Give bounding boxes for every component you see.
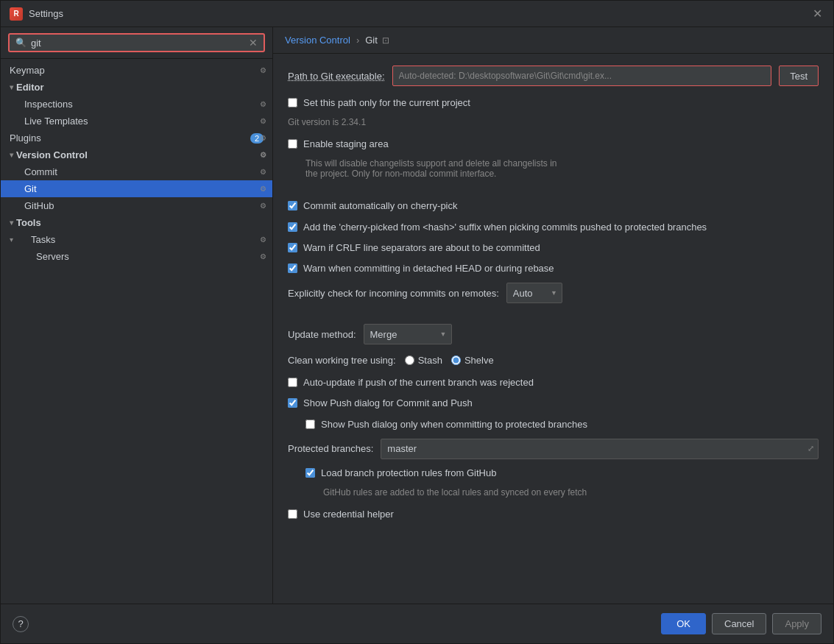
settings-icon-vc: ⚙ — [260, 151, 266, 159]
apply-button[interactable]: Apply — [772, 613, 821, 634]
sidebar-item-version-control[interactable]: ▾ Version Control ⚙ — [1, 146, 272, 163]
load-branch-protection-checkbox[interactable] — [305, 468, 315, 478]
settings-icon-live-templates: ⚙ — [260, 117, 266, 125]
incoming-commits-select-wrap: Auto Always Never — [506, 283, 562, 303]
set-path-only-row: Set this path only for the current proje… — [288, 96, 819, 110]
sidebar-item-git[interactable]: Git ⚙ — [1, 180, 272, 197]
search-clear-button[interactable]: ✕ — [249, 37, 258, 49]
sidebar-item-tasks[interactable]: ▾ Tasks ⚙ — [1, 231, 272, 248]
sidebar-item-inspections[interactable]: Inspections ⚙ — [1, 96, 272, 113]
enable-staging-label: Enable staging area — [303, 138, 389, 151]
update-method-row: Update method: Merge Rebase Branch Defau… — [288, 324, 819, 344]
use-credential-label: Use credential helper — [303, 508, 394, 521]
search-input[interactable] — [31, 38, 244, 49]
sidebar-item-live-templates[interactable]: Live Templates ⚙ — [1, 113, 272, 130]
protected-branches-label: Protected branches: — [288, 443, 373, 454]
settings-icon-plugins: ⚙ — [260, 134, 266, 142]
add-suffix-checkbox[interactable] — [288, 222, 297, 232]
clean-tree-row: Clean working tree using: Stash Shelve — [288, 355, 819, 366]
sidebar-item-commit[interactable]: Commit ⚙ — [1, 163, 272, 180]
protected-branches-input-wrap: ⤢ — [381, 439, 819, 459]
set-path-only-label: Set this path only for the current proje… — [303, 96, 470, 110]
github-rules-note: GitHub rules are added to the local rule… — [323, 487, 819, 498]
close-button[interactable]: ✕ — [810, 7, 824, 21]
use-credential-row: Use credential helper — [288, 508, 819, 521]
breadcrumb-icon: ⊡ — [382, 35, 389, 46]
commit-cherry-pick-label: Commit automatically on cherry-pick — [303, 199, 458, 213]
help-button[interactable]: ? — [13, 616, 29, 632]
show-push-protected-row: Show Push dialog only when committing to… — [305, 418, 819, 431]
settings-icon-tasks: ⚙ — [260, 236, 266, 244]
warn-crlf-row: Warn if CRLF line separators are about t… — [288, 241, 819, 255]
clean-shelve-option[interactable]: Shelve — [451, 355, 494, 366]
clean-stash-option[interactable]: Stash — [405, 355, 442, 366]
protected-branches-input[interactable] — [381, 439, 819, 459]
ok-button[interactable]: OK — [661, 613, 706, 634]
clean-stash-radio[interactable] — [405, 355, 414, 365]
expand-icon[interactable]: ⤢ — [808, 444, 814, 453]
incoming-commits-row: Explicitly check for incoming commits on… — [288, 283, 819, 303]
commit-cherry-pick-checkbox[interactable] — [288, 201, 297, 210]
title-bar: R Settings ✕ — [1, 1, 833, 27]
panel-body: Path to Git executable: Test Set this pa… — [273, 54, 833, 604]
chevron-down-icon-tasks: ▾ — [10, 236, 13, 244]
app-icon: R — [10, 7, 23, 21]
update-method-select-wrap: Merge Rebase Branch Default — [364, 324, 452, 344]
settings-dialog: R Settings ✕ 🔍 ✕ Keymap ⚙ — [0, 0, 834, 644]
test-button[interactable]: Test — [779, 66, 819, 86]
sidebar: 🔍 ✕ Keymap ⚙ ▾ Editor Inspections — [1, 27, 273, 604]
show-push-protected-label: Show Push dialog only when committing to… — [321, 418, 587, 431]
cancel-button[interactable]: Cancel — [712, 613, 766, 634]
dialog-title: Settings — [29, 8, 63, 19]
update-method-select[interactable]: Merge Rebase Branch Default — [364, 324, 452, 344]
show-push-dialog-label: Show Push dialog for Commit and Push — [303, 397, 473, 410]
footer-left: ? — [13, 616, 29, 632]
divider-1 — [288, 189, 819, 199]
show-push-dialog-row: Show Push dialog for Commit and Push — [288, 397, 819, 410]
auto-update-label: Auto-update if push of the current branc… — [303, 376, 534, 389]
show-push-dialog-checkbox[interactable] — [288, 398, 297, 408]
chevron-down-icon: ▾ — [10, 83, 13, 91]
git-executable-input[interactable] — [392, 66, 772, 86]
auto-update-checkbox[interactable] — [288, 378, 297, 387]
settings-icon-commit: ⚙ — [260, 168, 266, 176]
enable-staging-row: Enable staging area — [288, 138, 819, 151]
nav-tree: Keymap ⚙ ▾ Editor Inspections ⚙ Live Tem… — [1, 59, 272, 604]
warn-crlf-checkbox[interactable] — [288, 243, 297, 252]
search-icon: 🔍 — [15, 38, 26, 48]
sidebar-item-plugins[interactable]: Plugins 2 ⚙ — [1, 130, 272, 146]
use-credential-checkbox[interactable] — [288, 509, 297, 519]
enable-staging-note: This will disable changelists support an… — [305, 158, 819, 179]
settings-icon: ⚙ — [260, 66, 266, 74]
sidebar-item-editor[interactable]: ▾ Editor — [1, 79, 272, 96]
sidebar-item-tools[interactable]: ▾ Tools — [1, 214, 272, 231]
warn-crlf-label: Warn if CRLF line separators are about t… — [303, 241, 540, 255]
footer: ? OK Cancel Apply — [1, 604, 833, 643]
sidebar-item-keymap[interactable]: Keymap ⚙ — [1, 62, 272, 79]
incoming-commits-label: Explicitly check for incoming commits on… — [288, 288, 499, 299]
git-version-text: Git version is 2.34.1 — [288, 117, 819, 127]
sidebar-item-servers[interactable]: Servers ⚙ — [1, 248, 272, 265]
auto-update-row: Auto-update if push of the current branc… — [288, 376, 819, 389]
footer-right: OK Cancel Apply — [661, 613, 821, 634]
clean-stash-label: Stash — [418, 355, 442, 366]
sidebar-item-github[interactable]: GitHub ⚙ — [1, 197, 272, 214]
incoming-commits-select[interactable]: Auto Always Never — [506, 283, 562, 303]
clean-shelve-radio[interactable] — [451, 355, 461, 365]
search-box: 🔍 ✕ — [1, 27, 272, 59]
enable-staging-checkbox[interactable] — [288, 139, 297, 149]
settings-icon-github: ⚙ — [260, 202, 266, 210]
main-panel: Version Control › Git ⊡ Path to Git exec… — [273, 27, 833, 604]
load-branch-protection-label: Load branch protection rules from GitHub — [321, 467, 496, 480]
settings-icon-inspections: ⚙ — [260, 100, 266, 108]
breadcrumb-parent[interactable]: Version Control — [285, 35, 350, 46]
panel-header: Version Control › Git ⊡ — [273, 27, 833, 54]
load-branch-protection-row: Load branch protection rules from GitHub — [305, 467, 819, 480]
warn-detached-label: Warn when committing in detached HEAD or… — [303, 262, 554, 275]
clean-shelve-label: Shelve — [464, 355, 494, 366]
warn-detached-checkbox[interactable] — [288, 263, 297, 273]
set-path-only-checkbox[interactable] — [288, 98, 297, 107]
clean-tree-label: Clean working tree using: — [288, 355, 396, 366]
update-method-label: Update method: — [288, 329, 356, 340]
show-push-protected-checkbox[interactable] — [305, 420, 315, 429]
